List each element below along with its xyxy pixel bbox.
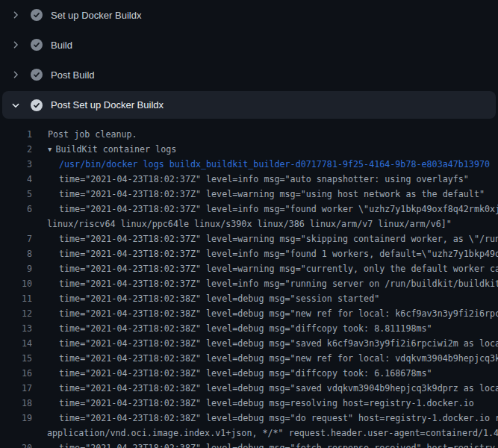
log-text: time="2021-04-23T18:02:37Z" level=warnin… [32,231,498,246]
log-line: 20time="2021-04-23T18:02:38Z" level=debu… [0,441,498,448]
check-circle-icon [31,99,43,111]
chevron-right-icon [10,10,22,20]
log-line: 14time="2021-04-23T18:02:38Z" level=debu… [0,336,498,351]
log-line: 19time="2021-04-23T18:02:38Z" level=debu… [0,411,498,426]
log-text: time="2021-04-23T18:02:38Z" level=debug … [32,336,498,351]
log-line: 12time="2021-04-23T18:02:38Z" level=debu… [0,306,498,321]
log-text: time="2021-04-23T18:02:37Z" level=info m… [32,172,469,187]
log-text: time="2021-04-23T18:02:37Z" level=info m… [32,276,498,291]
line-number[interactable]: 15 [0,351,32,366]
log-text: time="2021-04-23T18:02:38Z" level=debug … [32,366,432,381]
log-line: 4time="2021-04-23T18:02:37Z" level=info … [0,172,498,187]
line-number[interactable]: 10 [0,276,32,291]
check-circle-icon [31,9,43,21]
log-line: 16time="2021-04-23T18:02:38Z" level=debu… [0,366,498,381]
line-number[interactable]: 8 [0,246,32,261]
log-line: 3/usr/bin/docker logs buildx_buildkit_bu… [0,157,498,172]
line-number[interactable]: 13 [0,321,32,336]
chevron-down-icon [10,100,22,111]
log-line: 2▼BuildKit container logs [0,142,498,157]
line-number[interactable]: 16 [0,366,32,381]
line-number[interactable]: 14 [0,336,32,351]
log-line: application/vnd.oci.image.index.v1+json,… [0,426,498,441]
step-label: Set up Docker Buildx [51,10,141,21]
log-text: time="2021-04-23T18:02:38Z" level=debug … [32,351,498,366]
log-text: linux/riscv64 linux/ppc64le linux/s390x … [32,217,452,231]
check-circle-icon [31,69,43,81]
log-text: time="2021-04-23T18:02:37Z" level=warnin… [32,261,498,276]
line-number[interactable]: 7 [0,231,32,246]
log-line: 17time="2021-04-23T18:02:38Z" level=debu… [0,381,498,396]
line-number[interactable]: 1 [0,127,32,142]
step-label: Build [51,40,72,51]
log-line: 7time="2021-04-23T18:02:37Z" level=warni… [0,231,498,246]
line-number[interactable]: 19 [0,411,32,426]
line-number[interactable]: 5 [0,187,32,202]
line-number[interactable]: 4 [0,172,32,187]
log-group-title: BuildKit container logs [55,142,176,157]
step-label: Post Set up Docker Buildx [51,99,164,111]
log-text: time="2021-04-23T18:02:38Z" level=debug … [32,441,498,448]
log-text: time="2021-04-23T18:02:38Z" level=debug … [32,291,379,306]
step-row-2[interactable]: Post Build [0,60,498,90]
line-number[interactable]: 18 [0,396,32,411]
log-text: time="2021-04-23T18:02:38Z" level=debug … [32,381,498,396]
log-text: time="2021-04-23T18:02:38Z" level=debug … [32,321,432,336]
log-text: application/vnd.oci.image.index.v1+json,… [32,426,498,441]
log-line: 6time="2021-04-23T18:02:37Z" level=info … [0,202,498,217]
step-row-1[interactable]: Build [0,30,498,60]
log-text: time="2021-04-23T18:02:38Z" level=debug … [32,306,498,321]
chevron-right-icon [10,69,22,80]
line-number[interactable]: 11 [0,291,32,306]
group-toggle-icon[interactable]: ▼ [32,142,52,157]
line-number[interactable]: 3 [0,157,32,172]
log-text: time="2021-04-23T18:02:37Z" level=info m… [32,246,498,261]
line-number[interactable]: 17 [0,381,32,396]
log-text: time="2021-04-23T18:02:37Z" level=warnin… [32,187,485,202]
line-number[interactable]: 2 [0,142,32,157]
steps-list: Set up Docker BuildxBuildPost BuildPost … [0,0,498,119]
log-text: Post job cleanup. [32,127,137,142]
command-text: /usr/bin/docker logs buildx_buildkit_bui… [32,157,490,172]
log-line: 9time="2021-04-23T18:02:37Z" level=warni… [0,261,498,276]
log-line: 11time="2021-04-23T18:02:38Z" level=debu… [0,291,498,306]
log-line: 10time="2021-04-23T18:02:37Z" level=info… [0,276,498,291]
step-label: Post Build [51,69,95,81]
chevron-right-icon [10,40,22,50]
check-circle-icon [31,39,43,51]
log-text: time="2021-04-23T18:02:38Z" level=debug … [32,411,498,426]
step-row-3[interactable]: Post Set up Docker Buildx [2,91,496,119]
log-line: 18time="2021-04-23T18:02:38Z" level=debu… [0,396,498,411]
log-text: time="2021-04-23T18:02:37Z" level=info m… [32,202,498,217]
step-row-0[interactable]: Set up Docker Buildx [0,0,498,30]
log-line: 13time="2021-04-23T18:02:38Z" level=debu… [0,321,498,336]
log-line: 1Post job cleanup. [0,127,498,142]
log-line: 15time="2021-04-23T18:02:38Z" level=debu… [0,351,498,366]
log-line: linux/riscv64 linux/ppc64le linux/s390x … [0,217,498,231]
line-number[interactable]: 12 [0,306,32,321]
log-line: 5time="2021-04-23T18:02:37Z" level=warni… [0,187,498,202]
log-text: time="2021-04-23T18:02:38Z" level=debug … [32,396,474,411]
line-number[interactable]: 6 [0,202,32,217]
log-line: 8time="2021-04-23T18:02:37Z" level=info … [0,246,498,261]
line-number[interactable]: 20 [0,441,32,448]
line-number[interactable]: 9 [0,261,32,276]
log-area: 1Post job cleanup.2▼BuildKit container l… [0,119,498,448]
